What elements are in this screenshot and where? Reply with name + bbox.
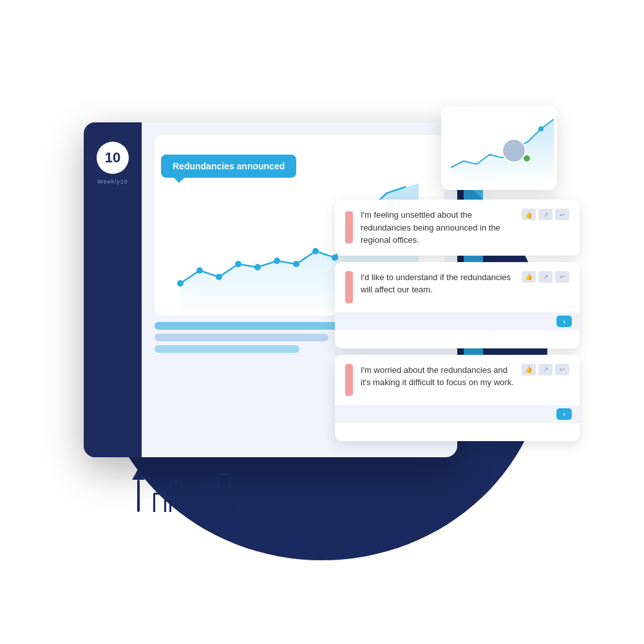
avatar-status-dot [522,154,531,163]
card-3-inner: I'm worried about the redundancies and i… [335,355,580,405]
svg-point-1 [196,267,203,274]
h-bar-2 [155,334,328,341]
feedback-card-2: I'd like to understand if the redundanci… [335,262,580,348]
bar-1 [153,493,166,512]
thumbs-up-icon-3[interactable]: 👍 [522,364,536,375]
svg-point-3 [235,261,242,267]
card-2-btn[interactable]: › [556,316,572,327]
feedback-cards-container: I'm feeling unsettled about the redundan… [335,200,580,441]
feedback-card-3: I'm worried about the redundancies and i… [335,355,580,441]
bar-4 [202,486,214,512]
thumbs-up-icon-2[interactable]: 👍 [522,271,536,283]
card-3-footer: › [335,405,580,423]
card-3-btn[interactable]: › [556,408,572,420]
logo-number: 10 [105,149,120,166]
bar-3 [185,499,198,512]
card-2-footer: › [335,312,580,330]
thumbs-up-icon[interactable]: 👍 [522,209,536,220]
bar-2 [169,480,182,512]
card-1-actions[interactable]: 👍 ↗ ↩ [522,209,569,220]
sidebar: 10 Weekly10 [84,122,142,457]
reply-icon[interactable]: ↩ [555,209,569,220]
bottom-bar-area [132,468,248,512]
logo-area: 10 Weekly10 [97,142,129,185]
card-2-actions[interactable]: 👍 ↗ ↩ [522,271,569,283]
card-2-text: I'd like to understand if the redundanci… [361,271,515,296]
card-2-tag [345,271,353,303]
card-3-tag [345,364,353,396]
share-icon[interactable]: ↗ [538,209,553,220]
svg-point-7 [312,248,319,254]
card-1-text: I'm feeling unsettled about the redundan… [361,209,515,247]
tooltip-bubble: Redundancies announced [161,155,296,178]
bar-5 [218,473,231,512]
card-1-inner: I'm feeling unsettled about the redundan… [335,200,580,256]
card-2-inner: I'd like to understand if the redundanci… [335,262,580,312]
reply-icon-3[interactable]: ↩ [555,364,569,375]
arrow-up-icon [132,468,145,512]
logo-circle: 10 [97,142,129,174]
share-icon-3[interactable]: ↗ [538,364,553,375]
scene: 10 Weekly10 Redundancies announced [58,71,586,573]
avatar-area [502,138,531,163]
small-graph-card [441,106,557,190]
svg-point-6 [293,261,299,267]
feedback-card-1: I'm feeling unsettled about the redundan… [335,200,580,256]
h-bar-3 [155,345,299,353]
arrow-right-icon [236,499,248,512]
svg-point-4 [254,264,261,270]
logo-name: Weekly10 [97,178,128,185]
share-icon-2[interactable]: ↗ [538,271,553,283]
reply-icon-2[interactable]: ↩ [555,271,569,283]
svg-point-2 [216,274,222,280]
svg-point-10 [538,126,544,131]
svg-point-5 [274,258,280,264]
card-1-tag [345,211,353,243]
card-3-text: I'm worried about the redundancies and i… [361,364,515,389]
svg-point-0 [177,280,184,287]
card-3-actions[interactable]: 👍 ↗ ↩ [522,364,569,375]
